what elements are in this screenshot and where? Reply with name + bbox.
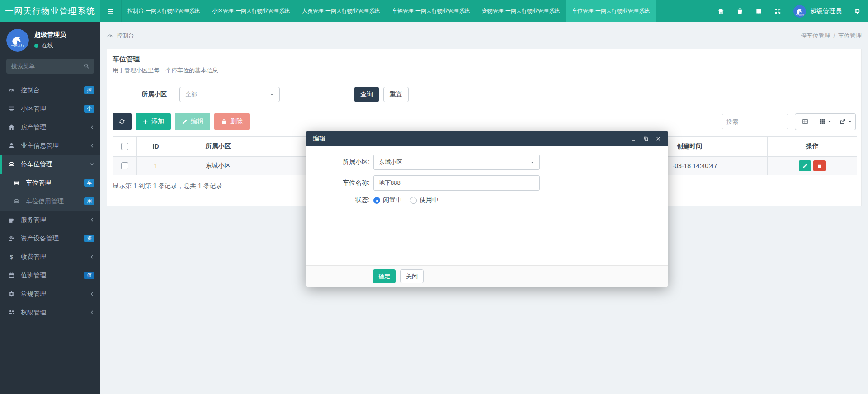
row-edit-button[interactable] — [799, 160, 811, 171]
sidebar-item[interactable]: 停车位管理 — [0, 155, 100, 174]
sidebar-item[interactable]: 车位使用管理 用 — [0, 192, 100, 211]
trash-icon — [221, 119, 227, 125]
sidebar-item[interactable]: 小区管理 小 — [0, 99, 100, 118]
page-subtitle: 用于管理小区里每一个停车位的基本信息 — [113, 66, 856, 80]
breadcrumb-home-label: 控制台 — [117, 32, 134, 40]
status-field-label: 状态: — [306, 196, 373, 204]
fullscreen-icon[interactable] — [774, 8, 781, 14]
radio-icon — [410, 197, 417, 204]
select-all-checkbox[interactable] — [121, 143, 128, 150]
sidebar-item[interactable]: 权限管理 — [0, 303, 100, 322]
maximize-icon[interactable] — [643, 136, 649, 141]
search-icon — [83, 63, 90, 69]
cancel-button[interactable]: 关闭 — [400, 269, 424, 283]
navbar-tab[interactable]: 车位管理-一网天行物业管理系统 — [566, 0, 656, 22]
community-select[interactable]: 东城小区 — [373, 155, 540, 170]
sidebar-item-badge: 资 — [84, 235, 94, 242]
navbar-tab-label: 控制台-一网天行物业管理系统 — [127, 7, 200, 15]
navbar-tab[interactable]: 宠物管理-一网天行物业管理系统 — [476, 0, 566, 22]
column-header-community: 所属小区 — [175, 137, 261, 157]
sidebar-item[interactable]: 房产管理 — [0, 118, 100, 136]
online-dot-icon — [34, 44, 38, 48]
app-title: 一网天行物业管理系统 — [0, 0, 100, 22]
sidebar-item[interactable]: 服务管理 — [0, 211, 100, 229]
chevron-icon — [90, 310, 94, 315]
export-icon — [840, 118, 846, 125]
edit-dialog: 编辑 所属小区: 东城小区 车位名称: 状态: 闲置中 — [306, 131, 668, 287]
minimize-icon[interactable] — [631, 136, 637, 141]
add-button[interactable]: 添加 — [136, 113, 171, 130]
sidebar-item[interactable]: 控制台 控 — [0, 81, 100, 99]
parking-name-input[interactable] — [373, 175, 540, 191]
pencil-icon — [802, 163, 808, 169]
navbar-tab[interactable]: 人员管理-一网天行物业管理系统 — [296, 0, 386, 22]
row-checkbox[interactable] — [121, 162, 128, 169]
sidebar-item[interactable]: $ 收费管理 — [0, 248, 100, 266]
trash-icon — [817, 163, 822, 169]
sidebar-item-label: 车位使用管理 — [26, 197, 64, 206]
navbar-tab[interactable]: 小区管理-一网天行物业管理系统 — [206, 0, 296, 22]
sidebar-item[interactable]: 车位管理 车 — [0, 174, 100, 192]
sidebar-item-label: 常规管理 — [21, 290, 46, 298]
community-filter-label: 所属小区 — [142, 90, 167, 98]
table-search-input[interactable] — [722, 114, 788, 129]
edit-button-label: 编辑 — [191, 117, 203, 126]
sidebar-item-icon — [8, 105, 15, 112]
community-select-value: 东城小区 — [379, 158, 530, 166]
sidebar-item-badge: 小 — [84, 105, 94, 113]
row-delete-button[interactable] — [813, 160, 826, 171]
sidebar-item[interactable]: 值班管理 值 — [0, 266, 100, 285]
top-navbar: 一网天行物业管理系统 控制台-一网天行物业管理系统 小区管理-一网天行物业管理系… — [0, 0, 868, 22]
chevron-icon — [90, 162, 94, 167]
sidebar-item[interactable]: 业主信息管理 — [0, 136, 100, 155]
detail-view-button[interactable] — [795, 113, 815, 130]
refresh-icon — [119, 118, 125, 125]
settings-icon[interactable] — [854, 8, 861, 14]
sidebar-item[interactable]: 常规管理 — [0, 285, 100, 303]
sidebar-user-panel: 一网天行 超级管理员 在线 — [0, 22, 100, 57]
dialog-title: 编辑 — [313, 135, 326, 143]
navbar-tab[interactable]: 控制台-一网天行物业管理系统 — [122, 0, 206, 22]
caret-down-icon — [530, 160, 534, 164]
sidebar-item-label: 值班管理 — [21, 272, 46, 280]
breadcrumb-parent[interactable]: 停车位管理 — [801, 32, 830, 39]
community-filter-select[interactable]: 全部 — [179, 87, 280, 102]
breadcrumb-current: 车位管理 — [838, 32, 862, 39]
menu-toggle-button[interactable] — [100, 0, 122, 22]
user-status: 在线 — [34, 42, 66, 50]
refresh-button[interactable] — [113, 113, 132, 130]
close-icon[interactable] — [656, 136, 661, 141]
sidebar-item-badge: 值 — [84, 272, 94, 279]
hamburger-icon — [107, 8, 114, 15]
column-header-actions: 操作 — [768, 137, 857, 157]
delete-button[interactable]: 删除 — [214, 113, 250, 130]
sidebar-item-label: 车位管理 — [26, 179, 51, 187]
columns-button[interactable] — [815, 113, 835, 130]
status-radio-option[interactable]: 使用中 — [410, 196, 439, 204]
dialog-header[interactable]: 编辑 — [306, 131, 668, 146]
export-button[interactable] — [835, 113, 856, 130]
confirm-button[interactable]: 确定 — [373, 269, 396, 283]
sidebar-search-input[interactable] — [6, 59, 94, 74]
user-menu[interactable]: 一网天行 超级管理员 — [793, 5, 842, 18]
query-button[interactable]: 查询 — [354, 87, 379, 102]
sidebar-item-icon — [8, 309, 15, 316]
sidebar-item-badge: 用 — [84, 197, 94, 205]
navbar-tab[interactable]: 车辆管理-一网天行物业管理系统 — [386, 0, 476, 22]
sidebar-username: 超级管理员 — [34, 31, 66, 39]
dialog-footer: 确定 关闭 — [306, 265, 668, 287]
reset-button[interactable]: 重置 — [383, 87, 409, 102]
breadcrumb-home[interactable]: 控制台 — [107, 32, 134, 40]
caret-down-icon — [270, 93, 274, 97]
log-book-icon[interactable] — [755, 8, 762, 14]
sidebar-item-badge: 控 — [84, 86, 94, 94]
sidebar-search — [6, 59, 94, 74]
edit-button[interactable]: 编辑 — [175, 113, 210, 130]
navbar-username: 超级管理员 — [810, 7, 842, 15]
status-radio-option[interactable]: 闲置中 — [373, 196, 402, 204]
avatar: 一网天行 — [6, 29, 29, 52]
trash-icon[interactable] — [736, 8, 743, 14]
home-icon[interactable] — [717, 8, 724, 14]
sidebar-item[interactable]: 资产设备管理 资 — [0, 229, 100, 248]
dashboard-icon — [107, 33, 113, 39]
